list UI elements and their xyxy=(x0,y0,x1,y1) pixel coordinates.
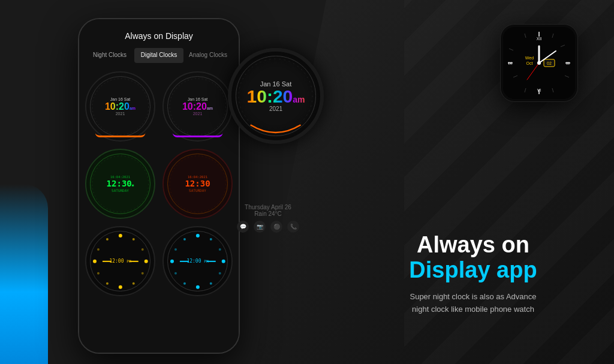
clock-2-arc xyxy=(172,133,223,137)
svg-text:XII: XII xyxy=(537,37,542,41)
svg-point-22 xyxy=(218,272,221,274)
phone-app-title: Always on Display xyxy=(125,31,193,41)
svg-text:III: III xyxy=(566,61,570,65)
svg-text:Oct: Oct xyxy=(526,61,533,65)
tab-night-clocks[interactable]: Night Clocks xyxy=(85,48,134,63)
clock-item-green-digital[interactable]: 16:04:2021 12:30м SATURDAY xyxy=(85,149,155,219)
svg-point-23 xyxy=(209,282,212,284)
heading-line1: Always on xyxy=(368,233,578,258)
svg-point-29 xyxy=(183,238,186,240)
svg-point-4 xyxy=(119,234,122,237)
svg-point-7 xyxy=(144,260,148,263)
big-watch-inner: Jan 16 Sat 10:20am 2021 xyxy=(236,56,315,136)
svg-point-12 xyxy=(97,272,100,274)
svg-point-57 xyxy=(537,61,541,65)
svg-point-18 xyxy=(196,234,200,237)
clock-inner-4: 16:04:2021 12:30 SATURDAY xyxy=(167,154,228,215)
svg-text:02: 02 xyxy=(547,61,552,65)
svg-point-5 xyxy=(132,238,134,240)
svg-point-24 xyxy=(196,285,200,288)
clock-inner-1: Jan 16 Sat 10:20am 2021 xyxy=(90,76,151,137)
phone-mockup: Always on Display Night Clocks Digital C… xyxy=(78,18,240,354)
text-section: Always on Display app Super night clock … xyxy=(368,233,578,316)
svg-point-26 xyxy=(174,272,177,274)
quick-icons-row: 💬 📷 ⚫ 📞 xyxy=(237,221,299,233)
weather-info: Thursday April 26 Rain 24°C 💬 📷 ⚫ 📞 xyxy=(237,204,299,233)
clock-item-dots-cyan[interactable]: 12:00 PM xyxy=(162,226,233,296)
svg-point-20 xyxy=(218,248,221,251)
svg-point-2 xyxy=(92,156,149,212)
svg-point-25 xyxy=(183,282,186,284)
svg-point-14 xyxy=(97,248,100,251)
svg-point-27 xyxy=(170,260,174,263)
tab-bar: Night Clocks Digital Clocks Analog Clock… xyxy=(85,48,233,63)
analog-watch: XII VI III IX 02 Wed Oct xyxy=(500,24,578,102)
svg-point-10 xyxy=(119,285,122,288)
weather-line1: Thursday April 26 xyxy=(237,204,299,210)
tab-digital-clocks[interactable]: Digital Clocks xyxy=(134,48,183,63)
tab-analog-clocks[interactable]: Analog Clocks xyxy=(183,48,233,63)
clock-item-orange-digital[interactable]: 16:04:2021 12:30 SATURDAY xyxy=(162,149,233,219)
clock-inner-5: 12:00 PM xyxy=(90,231,151,292)
svg-point-11 xyxy=(106,282,109,284)
big-watch: Jan 16 Sat 10:20am 2021 xyxy=(228,48,324,144)
svg-point-32 xyxy=(239,59,313,133)
heading-line2: Display app xyxy=(368,258,578,283)
svg-point-28 xyxy=(174,248,177,251)
clock-grid: Jan 16 Sat 10:20am 2021 Jan 16 Sat 10:20… xyxy=(85,71,233,296)
svg-point-1 xyxy=(170,79,226,135)
svg-point-15 xyxy=(106,238,109,240)
clock-inner-2: Jan 16 Sat 10:20am 2021 xyxy=(167,76,228,137)
clock-1-arc xyxy=(95,133,146,137)
svg-point-9 xyxy=(132,282,134,284)
svg-point-6 xyxy=(141,248,143,251)
blue-accent-decoration xyxy=(0,184,48,364)
svg-point-8 xyxy=(141,272,143,274)
clock-inner-6: 12:00 PM xyxy=(167,231,228,292)
clock-inner-3: 16:04:2021 12:30м SATURDAY xyxy=(90,154,151,215)
svg-text:IX: IX xyxy=(508,61,513,65)
clock-item-rainbow[interactable]: Jan 16 Sat 10:20am 2021 xyxy=(85,71,155,142)
svg-point-3 xyxy=(170,156,226,212)
main-heading: Always on Display app xyxy=(368,233,578,283)
wechat-icon: 💬 xyxy=(237,221,249,233)
analog-watch-svg: XII VI III IX 02 Wed Oct xyxy=(503,27,575,99)
svg-point-13 xyxy=(93,260,97,263)
clock-item-purple[interactable]: Jan 16 Sat 10:20am 2021 xyxy=(162,71,233,142)
phone-screen: Always on Display Night Clocks Digital C… xyxy=(79,19,239,353)
sub-description: Super night clock is also as Advancenigh… xyxy=(368,291,578,316)
svg-text:Wed: Wed xyxy=(525,56,534,60)
phone-icon: 📞 xyxy=(287,221,299,233)
weather-line2: Rain 24°C xyxy=(237,210,299,217)
svg-point-21 xyxy=(221,260,225,263)
circle-icon: ⚫ xyxy=(270,221,282,233)
svg-point-0 xyxy=(92,79,149,135)
clock-item-dots-yellow[interactable]: 12:00 PM xyxy=(85,226,155,296)
camera-icon: 📷 xyxy=(254,221,266,233)
svg-point-19 xyxy=(209,238,212,240)
analog-face: XII VI III IX 02 Wed Oct xyxy=(503,27,575,99)
svg-text:VI: VI xyxy=(537,88,541,92)
